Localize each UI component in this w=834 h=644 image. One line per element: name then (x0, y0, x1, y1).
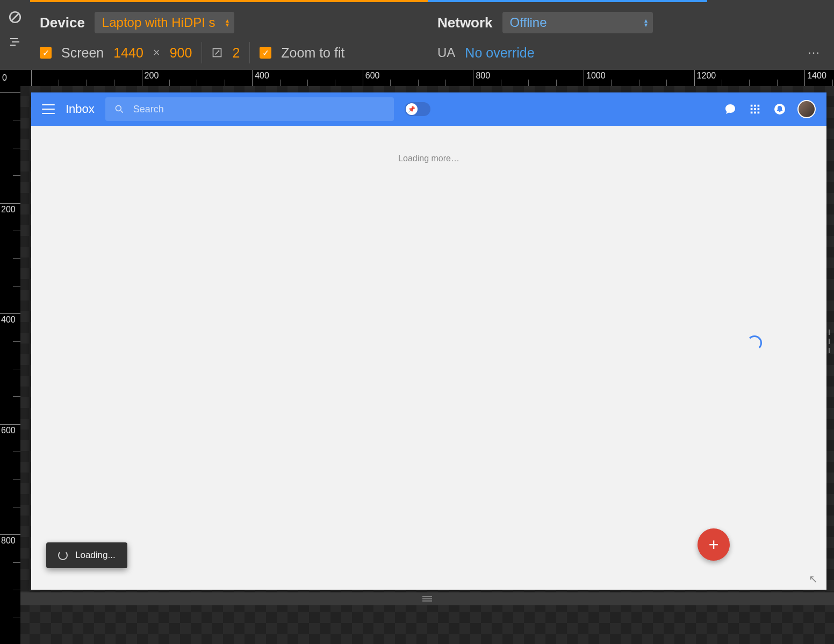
network-select[interactable]: Offline (502, 12, 653, 33)
spinner-icon (58, 550, 68, 560)
ruler-vertical[interactable]: 2004006008001000 (0, 86, 20, 644)
svg-rect-10 (758, 105, 760, 107)
times-icon: × (153, 46, 160, 60)
filter-icon[interactable] (8, 34, 23, 49)
pin-icon: 📌 (406, 103, 418, 115)
compose-button[interactable]: + (698, 528, 730, 561)
svg-line-7 (120, 111, 123, 113)
notifications-icon[interactable] (773, 102, 787, 116)
svg-rect-8 (751, 105, 753, 107)
screen-checkbox[interactable]: ✓ (40, 47, 52, 59)
spinner-icon (747, 335, 762, 350)
divider (249, 42, 250, 63)
screen-label: Screen (61, 45, 104, 61)
pin-toggle[interactable]: 📌 (405, 102, 430, 116)
svg-rect-9 (754, 105, 756, 107)
toast-text: Loading... (75, 550, 116, 561)
device-select-value: Laptop with HiDPI s (102, 15, 215, 30)
device-panel: Device Laptop with HiDPI s ✓ Screen 1440… (30, 0, 428, 70)
ruler-origin: 0 (2, 73, 7, 83)
devtools-sidebar (0, 0, 30, 70)
screen-width[interactable]: 1440 (113, 45, 143, 61)
svg-line-1 (12, 14, 19, 21)
svg-rect-16 (758, 112, 760, 114)
chevron-updown-icon (644, 18, 648, 27)
svg-rect-15 (754, 112, 756, 114)
drawer-handle[interactable] (20, 592, 834, 605)
ua-value[interactable]: No override (465, 45, 534, 61)
network-panel: Network Offline UA No override (428, 0, 707, 70)
zoom-label: Zoom to fit (281, 45, 344, 61)
loading-more-text: Loading more… (31, 126, 826, 163)
inbox-body: Loading more… + Loading... ↖ (31, 126, 826, 590)
network-select-value: Offline (510, 15, 547, 30)
apps-icon[interactable] (748, 102, 762, 116)
ruler-horizontal[interactable]: 200400600800100012001400 (20, 70, 834, 86)
avatar[interactable] (797, 100, 816, 118)
menu-icon[interactable] (42, 103, 55, 116)
svg-rect-14 (751, 112, 753, 114)
svg-rect-11 (751, 108, 753, 110)
chevron-updown-icon (226, 18, 229, 27)
app-title[interactable]: Inbox (66, 102, 95, 116)
network-label: Network (437, 15, 493, 31)
svg-point-6 (116, 105, 121, 111)
dpr-value[interactable]: 2 (232, 45, 240, 61)
device-label: Device (40, 15, 85, 31)
divider (202, 42, 202, 63)
search-icon (114, 104, 125, 115)
screen-height[interactable]: 900 (170, 45, 192, 61)
no-entry-icon[interactable] (8, 10, 23, 25)
loading-toast: Loading... (46, 542, 127, 568)
svg-rect-4 (10, 45, 16, 46)
svg-rect-2 (10, 38, 18, 39)
svg-rect-12 (754, 108, 756, 110)
search-input[interactable] (133, 104, 385, 115)
device-toolbar: Device Laptop with HiDPI s ✓ Screen 1440… (30, 0, 834, 70)
chat-icon[interactable] (723, 102, 737, 116)
device-frame: Inbox 📌 Loading more… + (31, 92, 826, 590)
svg-rect-13 (758, 108, 760, 110)
zoom-checkbox[interactable]: ✓ (260, 47, 271, 59)
device-select[interactable]: Laptop with HiDPI s (95, 12, 234, 33)
resize-handle-icon[interactable]: ↖ (809, 573, 818, 585)
inbox-header: Inbox 📌 (31, 92, 826, 126)
ua-label: UA (437, 45, 455, 60)
viewport-area: Inbox 📌 Loading more… + (20, 86, 834, 644)
svg-rect-3 (12, 41, 19, 42)
search-bar[interactable] (105, 97, 394, 121)
dpr-icon (212, 47, 222, 58)
more-icon[interactable]: … (807, 42, 821, 57)
resize-handle-right[interactable] (824, 328, 834, 355)
